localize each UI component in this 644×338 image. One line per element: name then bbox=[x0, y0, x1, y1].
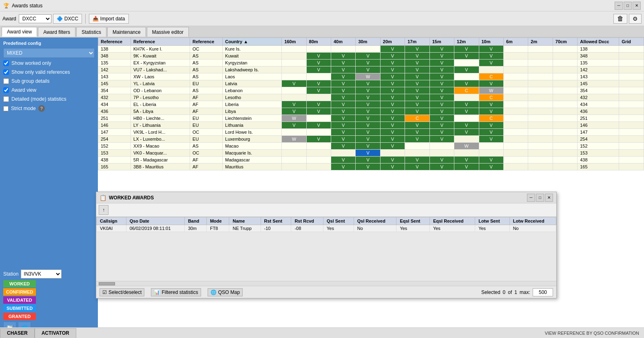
table-row[interactable]: 4385R - MadagascarAFMadagascarVVVVVVV438 bbox=[98, 157, 644, 163]
qso-map-button[interactable]: 🌐 QSO Map bbox=[208, 288, 243, 296]
table-cell: V bbox=[405, 87, 429, 94]
th-eqsl-received[interactable]: Eqsl Received bbox=[429, 217, 475, 225]
th-lotw-sent[interactable]: Lotw Sent bbox=[475, 217, 509, 225]
popup-scroll-thumb[interactable] bbox=[99, 282, 115, 285]
show-valid-checkbox[interactable] bbox=[3, 69, 9, 75]
trash-button[interactable]: 🗑 bbox=[613, 14, 627, 24]
table-row[interactable]: 142VU7 - Lakshad...ASLakshadweep Is.VVVV… bbox=[98, 66, 644, 73]
settings-button[interactable]: ⚙ bbox=[629, 14, 642, 24]
table-row[interactable]: 434EL - LiberiaAFLiberiaVVVVVVVVV434 bbox=[98, 101, 644, 108]
dxcc-button[interactable]: 🔷 DXCC bbox=[53, 14, 82, 24]
table-row[interactable]: 251HB0 - Liechte...EULiechtensteinWVVVCV… bbox=[98, 115, 644, 122]
th-6m[interactable]: 6m bbox=[503, 38, 528, 46]
th-40m[interactable]: 40m bbox=[331, 38, 355, 46]
th-ref2[interactable]: Reference bbox=[131, 38, 190, 46]
th-callsign[interactable]: Callsign bbox=[97, 217, 126, 225]
table-cell: 434 bbox=[578, 101, 619, 108]
th-70cm[interactable]: 70cm bbox=[553, 38, 577, 46]
th-qsl-sent[interactable]: Qsl Sent bbox=[323, 217, 354, 225]
table-row[interactable]: 1653B8 - MauritiusAFMauritiusVVVVVVV165 bbox=[98, 163, 644, 170]
table-row[interactable]: 152XX9 - MacaoASMacaoVVVW152 bbox=[98, 143, 644, 150]
th-mode[interactable]: Mode bbox=[206, 217, 229, 225]
award-view-checkbox[interactable] bbox=[3, 87, 9, 93]
table-row[interactable]: 135EX - KyrgyzstanASKyrgyzstanVVVVVVV135 bbox=[98, 60, 644, 66]
checkbox-show-valid: Show only valid references bbox=[3, 68, 95, 76]
th-allowed[interactable]: Allowed Dxcc bbox=[578, 38, 619, 46]
th-qso-date[interactable]: Qso Date bbox=[126, 217, 184, 225]
table-row[interactable]: 147VK9L - Lord H...OCLord Howe Is.VVVVVV… bbox=[98, 129, 644, 136]
help-icon[interactable]: ? bbox=[38, 105, 45, 112]
th-name[interactable]: Name bbox=[229, 217, 261, 225]
tab-statistics[interactable]: Statistics bbox=[76, 27, 106, 37]
strict-mode-checkbox[interactable] bbox=[3, 106, 9, 111]
tab-award-filters[interactable]: Award filters bbox=[38, 27, 75, 37]
detailed-checkbox[interactable] bbox=[3, 96, 9, 102]
tab-award-view[interactable]: Award view bbox=[2, 27, 37, 37]
popup-scrollbar[interactable] bbox=[96, 281, 556, 286]
table-cell: V bbox=[356, 143, 380, 150]
th-15m[interactable]: 15m bbox=[429, 38, 454, 46]
popup-grid-container[interactable]: Callsign Qso Date Band Mode Name Rst Sen… bbox=[96, 217, 556, 232]
award-select[interactable]: DXCC bbox=[19, 14, 51, 23]
table-cell: EU bbox=[190, 122, 223, 129]
th-30m[interactable]: 30m bbox=[356, 38, 380, 46]
list-item[interactable]: VK0AI06/02/2019 08:11:0130mFT8NE Trupp-1… bbox=[97, 225, 556, 232]
max-input[interactable] bbox=[533, 288, 553, 296]
th-eqsl-sent[interactable]: Eqsl Sent bbox=[396, 217, 430, 225]
table-row[interactable]: 145YL - LatviaEULatviaVVVVVVVVV145 bbox=[98, 80, 644, 87]
th-2m[interactable]: 2m bbox=[528, 38, 553, 46]
tab-massive-editor[interactable]: Massive editor bbox=[147, 27, 189, 37]
th-ref1[interactable]: Reference bbox=[98, 38, 131, 46]
th-160m[interactable]: 160m bbox=[282, 38, 306, 46]
th-ref3[interactable]: Reference bbox=[190, 38, 223, 46]
table-row[interactable]: 146LY - LithuaniaEULithuaniaVVVVVVVVV146 bbox=[98, 122, 644, 129]
popup-title-text: 📋 WORKED AWARDS bbox=[100, 194, 154, 201]
import-button[interactable]: 📥 Import data bbox=[89, 14, 129, 24]
show-worked-checkbox[interactable] bbox=[3, 60, 9, 66]
th-qsl-received[interactable]: Qsl Received bbox=[354, 217, 396, 225]
tab-chaser[interactable]: CHASER bbox=[0, 328, 35, 338]
th-country[interactable]: Country ▲ bbox=[223, 38, 282, 46]
popup-close-button[interactable]: ✕ bbox=[545, 194, 553, 202]
table-cell: Macquarie Is. bbox=[223, 150, 282, 157]
table-cell bbox=[619, 46, 644, 53]
table-cell bbox=[503, 87, 528, 94]
table-row[interactable]: 3489K - KuwaitASKuwaitVVVVVVVV348 bbox=[98, 53, 644, 60]
th-12m[interactable]: 12m bbox=[454, 38, 479, 46]
table-row[interactable]: 143XW - LaosASLaosVWVVVC143 bbox=[98, 73, 644, 80]
popup-maximize-button[interactable]: □ bbox=[536, 194, 544, 202]
config-select[interactable]: MIXED bbox=[3, 48, 95, 58]
tab-activator[interactable]: ACTIVATOR bbox=[35, 328, 76, 338]
th-80m[interactable]: 80m bbox=[306, 38, 331, 46]
table-cell: V bbox=[454, 163, 479, 170]
station-select[interactable]: IN3VVK bbox=[21, 270, 62, 278]
th-17m[interactable]: 17m bbox=[405, 38, 429, 46]
tab-maintenance[interactable]: Maintenance bbox=[107, 27, 146, 37]
table-row[interactable]: 254LX - Luxembo...EULuxembourgWVVVVVVV25… bbox=[98, 136, 644, 143]
select-deselect-button[interactable]: ☑ Select/deselect bbox=[100, 288, 144, 296]
minimize-button[interactable]: ─ bbox=[615, 2, 623, 10]
table-cell: V bbox=[479, 80, 503, 87]
th-20m[interactable]: 20m bbox=[380, 38, 405, 46]
popup-minimize-button[interactable]: ─ bbox=[527, 194, 535, 202]
th-band[interactable]: Band bbox=[184, 217, 206, 225]
table-row[interactable]: 354OD - LebanonASLebanonVVVVVVCW354 bbox=[98, 87, 644, 94]
table-cell bbox=[503, 157, 528, 163]
th-rst-sent[interactable]: Rst Sent bbox=[261, 217, 291, 225]
th-rst-rcvd[interactable]: Rst Rcvd bbox=[291, 217, 323, 225]
table-row[interactable]: 4365A - LibyaAFLibyaVVVVVVVVV436 bbox=[98, 108, 644, 115]
table-cell: 9K - Kuwait bbox=[131, 53, 190, 60]
popup-up-button[interactable]: ↑ bbox=[99, 205, 108, 215]
sub-group-checkbox[interactable] bbox=[3, 78, 9, 84]
config-label: Predefined config bbox=[3, 41, 95, 46]
table-row[interactable]: 4327P - LesothoAFLesothoVVVVVC432 bbox=[98, 94, 644, 101]
maximize-button[interactable]: □ bbox=[624, 2, 632, 10]
table-row[interactable]: 138KH7K - Kure I.OCKure Is.VVVVV138 bbox=[98, 46, 644, 53]
table-row[interactable]: 153VK0 - Macquar...OCMacquarie Is.V153 bbox=[98, 150, 644, 157]
close-button[interactable]: ✕ bbox=[633, 2, 641, 10]
filtered-statistics-button[interactable]: 📊 Filtered statistics bbox=[151, 288, 201, 296]
table-cell: 254 bbox=[578, 136, 619, 143]
th-lotw-received[interactable]: Lotw Received bbox=[509, 217, 556, 225]
th-grid[interactable]: Grid bbox=[619, 38, 644, 46]
th-10m[interactable]: 10m bbox=[479, 38, 503, 46]
